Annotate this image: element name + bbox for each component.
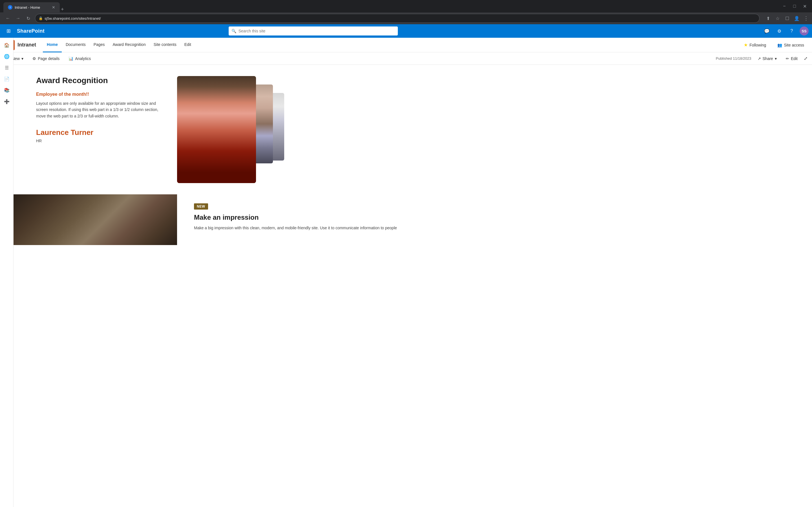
nav-link-documents[interactable]: Documents xyxy=(62,38,90,52)
maximize-button[interactable]: □ xyxy=(791,2,799,10)
tab-search-icon[interactable]: ☐ xyxy=(783,14,791,22)
tab-close-button[interactable]: ✕ xyxy=(52,5,55,10)
lock-icon: 🔒 xyxy=(39,16,43,20)
following-label: Following xyxy=(749,43,766,47)
site-access-label: Site access xyxy=(784,43,804,47)
award-description: Layout options are only available for an… xyxy=(36,100,160,119)
following-star-icon: ★ xyxy=(744,42,748,48)
bottom-image xyxy=(13,194,177,245)
page-details-label: Page details xyxy=(38,56,59,61)
edit-pencil-icon: ✏ xyxy=(786,56,789,61)
help-icon[interactable]: ? xyxy=(787,26,796,36)
waffle-menu-icon[interactable]: ⊞ xyxy=(3,26,13,36)
left-nav-globe-icon[interactable]: 🌐 xyxy=(2,51,12,61)
award-images xyxy=(177,76,284,183)
employee-name: Laurence Turner xyxy=(36,128,160,137)
browser-toolbar-icons: ⬆ ☆ ☐ 👤 ⋮ xyxy=(764,14,809,22)
sharepoint-logo: SharePoint xyxy=(17,28,45,34)
upload-icon[interactable]: ⬆ xyxy=(764,14,772,22)
page-toolbar-right: Published 11/18/2023 ↗ Share ▾ ✏ Edit ⤢ xyxy=(716,55,808,62)
analytics-button[interactable]: 📊 Analytics xyxy=(65,55,94,62)
new-chevron-icon: ▾ xyxy=(21,56,23,61)
share-icon: ↗ xyxy=(758,56,761,61)
nav-link-pages[interactable]: Pages xyxy=(90,38,109,52)
expand-button[interactable]: ⤢ xyxy=(804,56,808,61)
url-text: sj5w.sharepoint.com/sites/Intranet/ xyxy=(45,16,101,20)
bottom-text: NEW Make an impression Make a big impres… xyxy=(177,194,812,245)
tab-title: Intranet - Home xyxy=(15,5,40,10)
main-employee-image xyxy=(177,76,256,183)
address-bar: ← → ↻ 🔒 sj5w.sharepoint.com/sites/Intran… xyxy=(0,12,812,24)
nav-buttons: ← → ↻ xyxy=(3,14,33,23)
award-text: Award Recognition Employee of the month!… xyxy=(36,76,160,143)
award-section: Award Recognition Employee of the month!… xyxy=(13,65,812,194)
bookmark-icon[interactable]: ☆ xyxy=(774,14,781,22)
left-nav-home-icon[interactable]: 🏠 xyxy=(2,40,12,50)
page-toolbar: + New ▾ ⚙ Page details 📊 Analytics Publi… xyxy=(0,52,812,65)
published-date: Published 11/18/2023 xyxy=(716,56,751,61)
new-badge: NEW xyxy=(194,203,208,210)
edit-button[interactable]: ✏ Edit xyxy=(783,55,801,62)
meeting-photo xyxy=(13,194,177,245)
left-nav-add-icon[interactable]: ➕ xyxy=(2,96,12,107)
sharepoint-topbar: ⊞ SharePoint 🔍 💬 ⚙ ? SS xyxy=(0,24,812,38)
left-navigation: 🏠 🌐 ☰ 📄 📚 ➕ xyxy=(0,38,13,245)
search-icon: 🔍 xyxy=(232,29,236,33)
nav-link-edit[interactable]: Edit xyxy=(181,38,195,52)
bottom-title: Make an impression xyxy=(194,214,795,221)
active-tab[interactable]: I Intranet - Home ✕ xyxy=(3,2,60,12)
site-nav-right: ★ Following 👥 Site access xyxy=(741,41,808,49)
more-options-icon[interactable]: ⋮ xyxy=(804,15,809,21)
site-access-icon: 👥 xyxy=(777,43,782,47)
chat-icon[interactable]: 💬 xyxy=(762,26,771,36)
browser-tabs: I Intranet - Home ✕ + xyxy=(3,0,778,12)
back-button[interactable]: ← xyxy=(3,14,12,23)
site-access-button[interactable]: 👥 Site access xyxy=(774,41,808,49)
browser-controls: − □ ✕ xyxy=(780,2,809,10)
main-content: Award Recognition Employee of the month!… xyxy=(13,65,812,245)
bottom-section: NEW Make an impression Make a big impres… xyxy=(13,194,812,245)
new-tab-button[interactable]: + xyxy=(61,6,64,12)
edit-label: Edit xyxy=(791,56,798,61)
refresh-button[interactable]: ↻ xyxy=(24,14,33,23)
analytics-icon: 📊 xyxy=(68,56,73,61)
analytics-label: Analytics xyxy=(75,56,91,61)
user-avatar[interactable]: SS xyxy=(800,26,809,36)
share-button[interactable]: ↗ Share ▾ xyxy=(755,55,779,62)
share-chevron-icon: ▾ xyxy=(775,56,777,61)
nav-link-home[interactable]: Home xyxy=(43,38,62,52)
left-nav-library-icon[interactable]: 📚 xyxy=(2,85,12,95)
site-nav-links: Home Documents Pages Award Recognition S… xyxy=(43,38,741,52)
award-title: Award Recognition xyxy=(36,76,160,85)
nav-link-site-contents[interactable]: Site contents xyxy=(150,38,181,52)
search-box[interactable]: 🔍 xyxy=(229,26,398,36)
browser-chrome: I Intranet - Home ✕ + − □ ✕ xyxy=(0,0,812,12)
page-details-icon: ⚙ xyxy=(33,56,36,61)
settings-icon[interactable]: ⚙ xyxy=(775,26,784,36)
bottom-description: Make a big impression with this clean, m… xyxy=(194,225,795,231)
url-field[interactable]: 🔒 sj5w.sharepoint.com/sites/Intranet/ xyxy=(35,14,760,23)
nav-link-award-recognition[interactable]: Award Recognition xyxy=(109,38,149,52)
minimize-button[interactable]: − xyxy=(780,2,788,10)
employee-department: HR xyxy=(36,138,160,143)
tab-favicon: I xyxy=(8,5,12,10)
site-navigation: I Intranet Home Documents Pages Award Re… xyxy=(0,38,812,52)
forward-button[interactable]: → xyxy=(13,14,22,23)
award-subtitle: Employee of the month!! xyxy=(36,92,160,97)
profile-icon[interactable]: 👤 xyxy=(793,14,801,22)
close-button[interactable]: ✕ xyxy=(801,2,809,10)
search-input[interactable] xyxy=(239,29,395,33)
topbar-right-icons: 💬 ⚙ ? SS xyxy=(762,26,809,36)
main-person-placeholder xyxy=(177,76,256,183)
left-nav-page-icon[interactable]: 📄 xyxy=(2,74,12,84)
page-details-button[interactable]: ⚙ Page details xyxy=(29,55,63,62)
following-button[interactable]: ★ Following xyxy=(741,41,769,49)
left-nav-list-icon[interactable]: ☰ xyxy=(2,62,12,73)
site-name: Intranet xyxy=(17,42,36,48)
share-label: Share xyxy=(763,56,773,61)
